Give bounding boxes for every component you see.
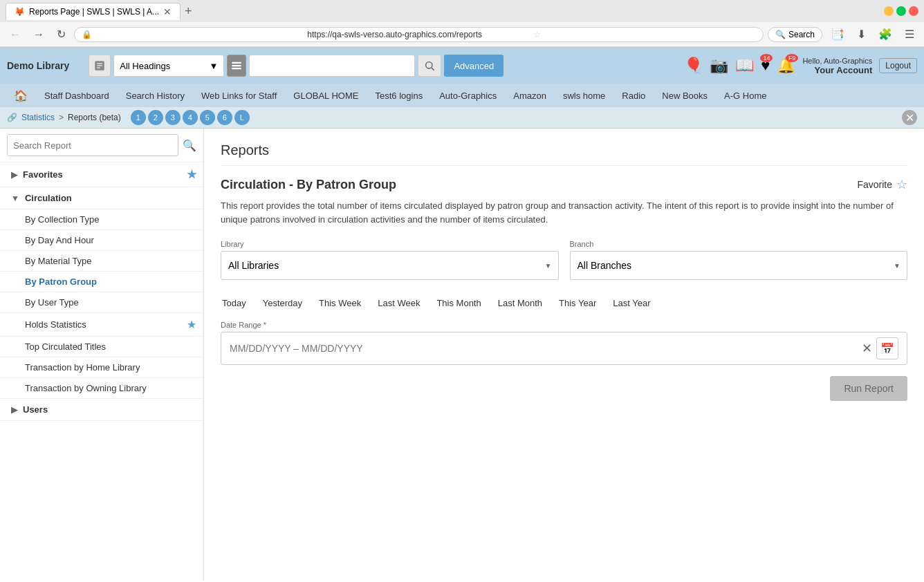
close-btn[interactable]	[909, 6, 918, 16]
date-tab-this-week[interactable]: This Week	[317, 294, 362, 314]
favorite-label: Favorite	[857, 179, 892, 190]
nav-ag-home[interactable]: A-G Home	[717, 88, 773, 104]
user-account[interactable]: Your Account	[815, 65, 873, 75]
date-tab-this-month[interactable]: This Month	[435, 294, 482, 314]
browser-search-placeholder: Search	[788, 30, 815, 39]
sidebar-search-input[interactable]	[7, 134, 178, 156]
book-icon-btn[interactable]: 📖	[735, 57, 754, 75]
bookmark-btn[interactable]: ☆	[533, 30, 756, 39]
bell-badge: F9	[786, 54, 799, 62]
search-go-btn[interactable]	[418, 55, 441, 77]
camera-icon-btn[interactable]: 📷	[710, 57, 728, 75]
breadcrumb-close-btn[interactable]: ✕	[902, 110, 917, 125]
nav-bar: 🏠 Staff Dashboard Search History Web Lin…	[0, 84, 924, 107]
menu-btn[interactable]: ☰	[900, 26, 918, 42]
bell-icon-wrap[interactable]: 🔔 F9	[777, 57, 795, 75]
bookmark-list-btn[interactable]: 📑	[826, 26, 849, 42]
advanced-search-btn[interactable]: Advanced	[444, 55, 503, 77]
sidebar-item-by-collection-type[interactable]: By Collection Type	[0, 209, 203, 230]
header-icons: 🎈 📷 📖 ♥ 14 🔔 F9 Hello, Auto-Graphics You…	[684, 57, 917, 75]
library-select[interactable]: All Libraries	[221, 251, 559, 280]
breadcrumb-statistics[interactable]: Statistics	[21, 113, 55, 122]
library-label: Library	[221, 240, 559, 248]
nav-home-btn[interactable]: 🏠	[7, 86, 35, 105]
tab-close-btn[interactable]: ✕	[163, 6, 172, 17]
page-btn-6[interactable]: 6	[217, 110, 232, 125]
heart-badge: 14	[760, 54, 773, 62]
search-input[interactable]	[249, 55, 415, 77]
balloon-icon-btn[interactable]: 🎈	[684, 57, 703, 75]
sidebar-favorites-label: Favorites	[23, 169, 187, 180]
nav-test6[interactable]: Test6 logins	[368, 88, 429, 104]
date-tab-yesterday[interactable]: Yesterday	[261, 294, 304, 314]
stack-icon[interactable]	[227, 55, 246, 77]
page-btn-l[interactable]: L	[234, 110, 250, 125]
nav-amazon[interactable]: Amazon	[506, 88, 553, 104]
sidebar-item-top-circulated[interactable]: Top Circulated Titles	[0, 337, 203, 357]
page-btn-4[interactable]: 4	[183, 110, 198, 125]
browser-search-box[interactable]: 🔍 Search	[768, 27, 822, 42]
nav-auto-graphics[interactable]: Auto-Graphics	[432, 88, 503, 104]
date-range-input[interactable]	[230, 343, 862, 354]
page-btn-2[interactable]: 2	[148, 110, 163, 125]
nav-swls-home[interactable]: swls home	[556, 88, 612, 104]
logout-btn[interactable]: Logout	[879, 58, 917, 73]
app-logo: Demo Library	[7, 60, 69, 71]
run-report-btn[interactable]: Run Report	[830, 376, 907, 401]
date-tab-last-week[interactable]: Last Week	[376, 294, 421, 314]
breadcrumb-current: Reports (beta)	[68, 113, 121, 122]
sidebar-item-by-user-type[interactable]: By User Type	[0, 292, 203, 313]
download-btn[interactable]: ⬇	[853, 26, 870, 42]
sidebar-item-circulation[interactable]: ▼ Circulation	[0, 187, 203, 209]
date-range-section: Date Range * ✕ 📅	[221, 321, 907, 365]
forward-btn[interactable]: →	[29, 27, 48, 42]
page-btn-1[interactable]: 1	[131, 110, 146, 125]
holds-statistics-star-icon[interactable]: ★	[187, 318, 196, 331]
heart-icon-wrap[interactable]: ♥ 14	[761, 57, 770, 75]
page-btn-5[interactable]: 5	[200, 110, 215, 125]
sidebar: 🔍 ▶ Favorites ★ ▼ Circulation By Collect…	[0, 129, 204, 581]
date-tab-last-month[interactable]: Last Month	[497, 294, 544, 314]
nav-new-books[interactable]: New Books	[655, 88, 714, 104]
search-type-value: All Headings	[120, 61, 170, 71]
nav-global-home[interactable]: GLOBAL HOME	[286, 88, 365, 104]
sidebar-search-btn[interactable]: 🔍	[183, 139, 196, 152]
extensions-btn[interactable]: 🧩	[874, 26, 896, 42]
date-calendar-btn[interactable]: 📅	[876, 337, 898, 359]
browser-toolbar: ← → ↻ 🔒 https://qa-swls-verso.auto-graph…	[0, 22, 924, 47]
library-select-wrapper[interactable]: All Libraries	[221, 251, 559, 280]
sidebar-item-holds-statistics[interactable]: Holds Statistics ★	[0, 313, 203, 337]
date-tab-this-year[interactable]: This Year	[557, 294, 598, 314]
date-tab-last-year[interactable]: Last Year	[611, 294, 652, 314]
favorite-btn[interactable]: Favorite ☆	[857, 177, 907, 192]
sidebar-item-by-day-and-hour[interactable]: By Day And Hour	[0, 230, 203, 251]
search-icon-btn[interactable]	[89, 55, 111, 77]
sidebar-item-transaction-home[interactable]: Transaction by Home Library	[0, 357, 203, 378]
sidebar-item-favorites[interactable]: ▶ Favorites ★	[0, 162, 203, 187]
page-btn-3[interactable]: 3	[165, 110, 181, 125]
sidebar-item-transaction-owning[interactable]: Transaction by Owning Library	[0, 378, 203, 399]
nav-radio[interactable]: Radio	[615, 88, 652, 104]
date-tab-today[interactable]: Today	[221, 294, 248, 314]
sidebar-item-by-patron-group[interactable]: By Patron Group	[0, 272, 203, 292]
user-section: Hello, Auto-Graphics Your Account	[802, 57, 872, 75]
sidebar-item-users[interactable]: ▶ Users	[0, 399, 203, 421]
branch-select[interactable]: All Branches	[570, 251, 908, 280]
search-type-dropdown[interactable]: All Headings ▼	[113, 55, 224, 77]
address-bar[interactable]: 🔒 https://qa-swls-verso.auto-graphics.co…	[74, 27, 764, 42]
maximize-btn[interactable]	[896, 6, 906, 16]
minimize-btn[interactable]	[884, 6, 894, 16]
nav-web-links[interactable]: Web Links for Staff	[194, 88, 284, 104]
nav-staff-dashboard[interactable]: Staff Dashboard	[37, 88, 116, 104]
back-btn[interactable]: ←	[6, 27, 25, 42]
favorites-star-icon[interactable]: ★	[187, 168, 196, 181]
date-clear-btn[interactable]: ✕	[862, 341, 872, 356]
svg-line-8	[432, 68, 434, 71]
branch-select-wrapper[interactable]: All Branches	[570, 251, 908, 280]
refresh-btn[interactable]: ↻	[53, 26, 70, 42]
new-tab-btn[interactable]: +	[185, 4, 192, 19]
browser-tab[interactable]: 🦊 Reports Page | SWLS | SWLS | A... ✕	[6, 3, 181, 20]
sidebar-item-by-material-type[interactable]: By Material Type	[0, 251, 203, 272]
nav-search-history[interactable]: Search History	[119, 88, 192, 104]
search-section: All Headings ▼ Advanced	[89, 55, 503, 77]
